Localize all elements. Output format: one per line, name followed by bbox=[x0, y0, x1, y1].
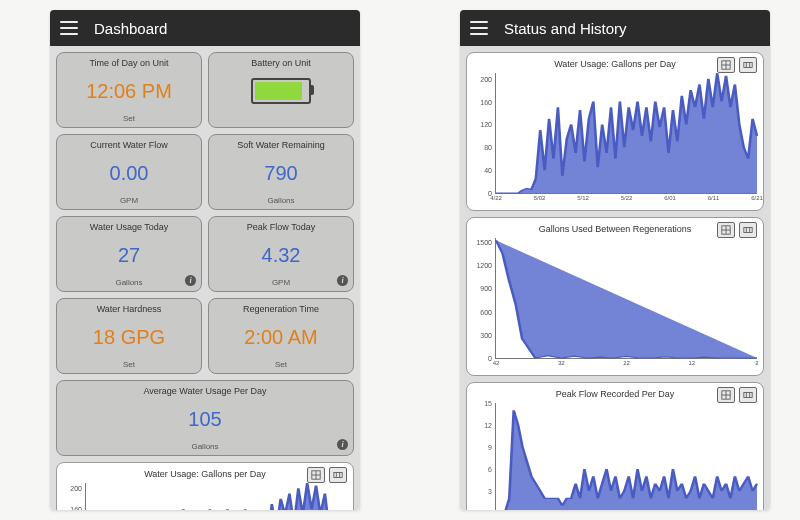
tile-usage-today[interactable]: Water Usage Today 27 Gallons bbox=[56, 216, 202, 292]
tile-sub: Set bbox=[275, 360, 287, 369]
tile-sub: Set bbox=[123, 360, 135, 369]
svg-rect-15 bbox=[744, 228, 752, 233]
menu-icon[interactable] bbox=[470, 21, 488, 35]
chart-expand-icon[interactable] bbox=[329, 467, 347, 483]
battery-icon bbox=[251, 78, 311, 104]
tile-avg-usage[interactable]: Average Water Usage Per Day 105 Gallons bbox=[56, 380, 354, 456]
page-title: Status and History bbox=[504, 20, 627, 37]
chart-expand-icon[interactable] bbox=[739, 387, 757, 403]
chart-table-icon[interactable] bbox=[717, 222, 735, 238]
chart-card-usage[interactable]: Water Usage: Gallons per Day040801201602… bbox=[56, 462, 354, 510]
tile-current-flow[interactable]: Current Water Flow 0.00 GPM bbox=[56, 134, 202, 210]
chart-table-icon[interactable] bbox=[307, 467, 325, 483]
history-screen: Status and History Water Usage: Gallons … bbox=[460, 10, 770, 510]
tile-sub: Gallons bbox=[191, 442, 218, 451]
tile-value: 27 bbox=[118, 245, 140, 265]
tile-regen-time[interactable]: Regeneration Time 2:00 AM Set bbox=[208, 298, 354, 374]
page-title: Dashboard bbox=[94, 20, 167, 37]
svg-rect-3 bbox=[334, 473, 342, 478]
tile-sub: GPM bbox=[120, 196, 138, 205]
dashboard-content[interactable]: Time of Day on Unit 12:06 PM Set Battery… bbox=[50, 46, 360, 510]
info-icon[interactable] bbox=[337, 275, 348, 286]
chart-title: Peak Flow Recorded Per Day bbox=[471, 389, 759, 399]
chart-title: Water Usage: Gallons per Day bbox=[471, 59, 759, 69]
tile-value: 4.32 bbox=[262, 245, 301, 265]
svg-rect-9 bbox=[744, 63, 752, 68]
tile-value: 2:00 AM bbox=[244, 327, 317, 347]
tile-label: Current Water Flow bbox=[90, 141, 168, 151]
tile-sub: Gallons bbox=[115, 278, 142, 287]
tile-sub: Set bbox=[123, 114, 135, 123]
tile-battery[interactable]: Battery on Unit bbox=[208, 52, 354, 128]
info-icon[interactable] bbox=[185, 275, 196, 286]
tile-value: 18 GPG bbox=[93, 327, 165, 347]
chart-table-icon[interactable] bbox=[717, 387, 735, 403]
chart-title: Gallons Used Between Regenerations bbox=[471, 224, 759, 234]
tile-hardness[interactable]: Water Hardness 18 GPG Set bbox=[56, 298, 202, 374]
chart-card-peak-flow[interactable]: Peak Flow Recorded Per Day03691215 bbox=[466, 382, 764, 510]
tile-peak-flow-today[interactable]: Peak Flow Today 4.32 GPM bbox=[208, 216, 354, 292]
tile-value: 0.00 bbox=[110, 163, 149, 183]
tile-time-of-day[interactable]: Time of Day on Unit 12:06 PM Set bbox=[56, 52, 202, 128]
chart-expand-icon[interactable] bbox=[739, 57, 757, 73]
chart-card-between-regen[interactable]: Gallons Used Between Regenerations030060… bbox=[466, 217, 764, 376]
tile-soft-remaining[interactable]: Soft Water Remaining 790 Gallons bbox=[208, 134, 354, 210]
tile-value: 12:06 PM bbox=[86, 81, 172, 101]
svg-rect-21 bbox=[744, 393, 752, 398]
tile-value: 790 bbox=[264, 163, 297, 183]
tile-label: Time of Day on Unit bbox=[89, 59, 168, 69]
tile-label: Water Hardness bbox=[97, 305, 162, 315]
info-icon[interactable] bbox=[337, 439, 348, 450]
tile-label: Peak Flow Today bbox=[247, 223, 315, 233]
tile-sub: GPM bbox=[272, 278, 290, 287]
chart-card-usage[interactable]: Water Usage: Gallons per Day040801201602… bbox=[466, 52, 764, 211]
app-bar: Dashboard bbox=[50, 10, 360, 46]
tile-label: Water Usage Today bbox=[90, 223, 169, 233]
chart-table-icon[interactable] bbox=[717, 57, 735, 73]
app-bar: Status and History bbox=[460, 10, 770, 46]
tile-label: Soft Water Remaining bbox=[237, 141, 325, 151]
chart-title: Water Usage: Gallons per Day bbox=[61, 469, 349, 479]
tile-value: 105 bbox=[188, 409, 221, 429]
tile-label: Average Water Usage Per Day bbox=[143, 387, 266, 397]
tile-sub: Gallons bbox=[267, 196, 294, 205]
tile-label: Regeneration Time bbox=[243, 305, 319, 315]
history-content[interactable]: Water Usage: Gallons per Day040801201602… bbox=[460, 46, 770, 510]
menu-icon[interactable] bbox=[60, 21, 78, 35]
dashboard-screen: Dashboard Time of Day on Unit 12:06 PM S… bbox=[50, 10, 360, 510]
chart-expand-icon[interactable] bbox=[739, 222, 757, 238]
tile-label: Battery on Unit bbox=[251, 59, 311, 69]
